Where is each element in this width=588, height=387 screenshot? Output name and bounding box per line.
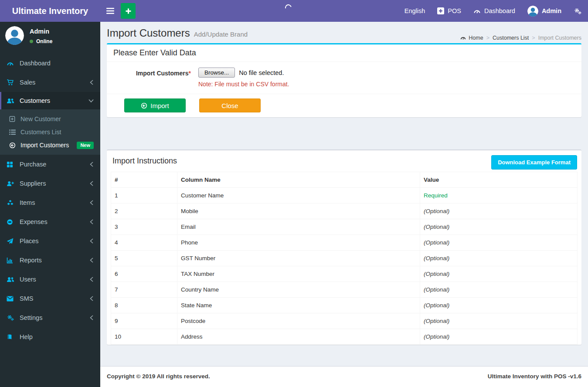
sidebar-item-label: Items [20, 199, 35, 206]
sidebar-item-suppliers[interactable]: Suppliers [0, 174, 100, 193]
sidebar-item-label: Places [20, 238, 39, 244]
breadcrumb-home[interactable]: Home [460, 35, 483, 41]
bar-chart-icon [7, 257, 20, 264]
nav-pos[interactable]: POS [431, 0, 467, 22]
nav-pos-label: POS [448, 7, 461, 14]
value-optional: (Optional) [424, 318, 449, 324]
cell-column-name: Phone [177, 235, 420, 251]
brand-logo[interactable]: Ultimate Inventory [0, 0, 100, 22]
download-example-format-button[interactable]: Download Example Format [491, 155, 577, 170]
sidebar-subitem-customers-list[interactable]: Customers List [0, 126, 100, 139]
cart-icon [7, 79, 20, 86]
cell-value: (Optional) [420, 329, 578, 345]
sidebar-item-dashboard[interactable]: Dashboard [0, 54, 100, 73]
table-header-row: #Column NameValue [111, 172, 578, 188]
page-title: Import Customers [107, 27, 190, 39]
nav-dashboard[interactable]: Dashboard [467, 0, 521, 22]
table-row: 5GST Number(Optional) [111, 251, 578, 266]
sidebar-item-expenses[interactable]: Expenses [0, 212, 100, 231]
sidebar-item-help[interactable]: Help [0, 327, 100, 346]
user-avatar [5, 26, 24, 45]
chevron-down-icon [88, 99, 94, 103]
breadcrumb-customers-list[interactable]: Customers List [493, 35, 529, 41]
sidebar-item-settings[interactable]: Settings [0, 308, 100, 327]
sidebar-subitem-label: New Customer [20, 115, 61, 122]
sidebar-item-places[interactable]: Places [0, 231, 100, 251]
sidebar-item-label: Purchase [20, 161, 46, 168]
sidebar-item-label: Expenses [20, 218, 48, 225]
value-optional: (Optional) [424, 271, 449, 277]
dashboard-icon [7, 60, 20, 67]
value-optional: (Optional) [424, 208, 449, 214]
cell-number: 3 [111, 219, 177, 235]
cell-value: (Optional) [420, 298, 578, 313]
quick-add-button[interactable] [121, 3, 136, 19]
browse-button[interactable]: Browse... [198, 68, 235, 78]
cell-number: 6 [111, 266, 177, 282]
chevron-left-icon [90, 200, 94, 205]
navbar-menu: English POS Dashboard Admin [398, 0, 588, 22]
cell-number: 2 [111, 204, 177, 219]
minus-circle-icon [7, 219, 20, 225]
sidebar-item-sales[interactable]: Sales [0, 73, 100, 92]
nav-user-label: Admin [542, 7, 561, 14]
users-icon [7, 276, 20, 283]
footer-copyright: Copyright © 2019 All rights reserved. [107, 373, 210, 380]
sidebar-item-label: Users [20, 276, 36, 283]
sidebar-item-customers[interactable]: Customers [0, 92, 100, 109]
value-optional: (Optional) [424, 239, 449, 246]
chevron-left-icon [90, 162, 94, 167]
cell-column-name: Mobile [177, 204, 420, 219]
import-button[interactable]: Import [124, 98, 186, 112]
cell-value: (Optional) [420, 251, 578, 266]
nav-settings[interactable] [568, 0, 588, 22]
sidebar-item-sms[interactable]: SMS [0, 289, 100, 308]
sidebar-subitem-new-customer[interactable]: New Customer [0, 112, 100, 126]
sidebar-item-label: Suppliers [20, 180, 46, 187]
dashboard-icon [460, 35, 466, 41]
table-row: 10Address(Optional) [111, 329, 578, 345]
cell-column-name: Country Name [177, 282, 420, 298]
sidebar-item-reports[interactable]: Reports [0, 251, 100, 270]
sidebar-submenu-customers: New CustomerCustomers ListImport Custome… [0, 109, 100, 155]
form-panel-footer: Import Close [107, 94, 581, 117]
sidebar-item-users[interactable]: Users [0, 270, 100, 289]
cell-number: 10 [111, 329, 177, 345]
page-subtitle: Add/Update Brand [194, 31, 248, 38]
sidebar-user-panel: Admin Online [0, 22, 100, 51]
instructions-title: Import Instructions [112, 156, 177, 165]
sidebar-item-purchase[interactable]: Purchase [0, 155, 100, 174]
table-row: 4Phone(Optional) [111, 235, 578, 251]
sidebar: Admin Online DashboardSalesCustomersNew … [0, 22, 100, 387]
chevron-left-icon [90, 181, 94, 186]
nav-language-label: English [404, 7, 425, 14]
sidebar-subitem-label: Customers List [20, 129, 61, 136]
online-status-dot [30, 40, 33, 43]
sidebar-user-status[interactable]: Online [30, 38, 52, 44]
cell-value: (Optional) [420, 219, 578, 235]
sidebar-toggle-button[interactable] [100, 0, 120, 22]
breadcrumb: Home>Customers List>Import Customers [442, 35, 581, 41]
nav-dashboard-label: Dashboard [484, 7, 515, 14]
form-panel-title: Please Enter Valid Data [113, 48, 196, 57]
content-wrapper: Import CustomersAdd/Update Brand Home>Cu… [100, 22, 588, 366]
breadcrumb-label: Home [469, 35, 483, 41]
footer-version: Ultimate Inventory with POS -v1.6 [488, 373, 581, 380]
sidebar-item-label: Help [20, 333, 33, 340]
import-customers-label: Import Customers* [113, 68, 191, 88]
dashboard-icon [473, 7, 481, 14]
sidebar-subitem-import-customers[interactable]: Import CustomersNew [0, 139, 100, 152]
cell-number: 8 [111, 298, 177, 313]
paper-plane-icon [7, 238, 20, 244]
table-row: 2Mobile(Optional) [111, 204, 578, 219]
grid-icon [7, 161, 20, 168]
nav-user[interactable]: Admin [521, 0, 568, 22]
sidebar-item-items[interactable]: Items [0, 193, 100, 212]
chevron-left-icon [90, 219, 94, 224]
import-form-panel: Please Enter Valid Data Import Customers… [107, 43, 581, 117]
nav-language[interactable]: English [398, 0, 432, 22]
close-button[interactable]: Close [199, 98, 261, 112]
cogs-icon [574, 7, 582, 15]
new-badge: New [77, 142, 94, 149]
close-button-label: Close [221, 102, 238, 109]
